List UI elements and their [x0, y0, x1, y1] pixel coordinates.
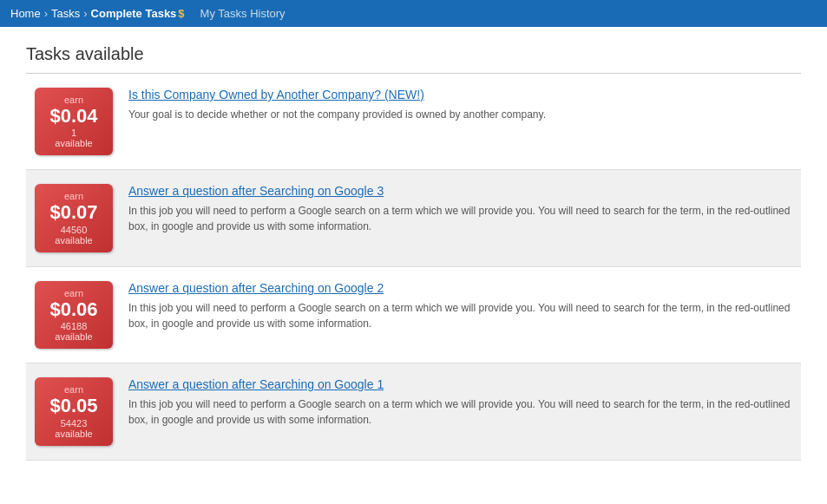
earn-badge: earn $0.06 46188 available [35, 281, 113, 349]
top-nav-bar: Home › Tasks › Complete Tasks $ My Tasks… [0, 0, 827, 27]
earn-available: available [40, 331, 108, 342]
earn-count: 54423 [40, 418, 108, 429]
task-row: earn $0.05 54423 available Answer a ques… [26, 363, 801, 460]
task-info: Answer a question after Searching on Goo… [128, 377, 792, 428]
breadcrumb-sep-2: › [83, 7, 87, 20]
earn-badge: earn $0.05 54423 available [35, 377, 113, 445]
tasks-list: earn $0.04 1 available Is this Company O… [26, 74, 801, 461]
tasks-history-link[interactable]: My Tasks History [200, 7, 286, 20]
task-title-link[interactable]: Is this Company Owned by Another Company… [128, 88, 792, 101]
earn-available: available [40, 235, 108, 245]
earn-label: earn [40, 191, 108, 201]
earn-count: 44560 [40, 225, 108, 235]
breadcrumb-sep-1: › [44, 7, 48, 20]
main-content: Tasks available earn $0.04 1 available I… [0, 27, 827, 478]
task-description: Your goal is to decide whether or not th… [128, 108, 546, 121]
dollar-icon: $ [178, 7, 184, 20]
earn-available: available [40, 138, 108, 148]
task-description: In this job you will need to perform a G… [128, 302, 790, 330]
earn-label: earn [40, 95, 108, 105]
earn-badge: earn $0.04 1 available [35, 88, 113, 155]
task-title-link[interactable]: Answer a question after Searching on Goo… [128, 377, 792, 391]
nav-tasks-link[interactable]: Tasks [51, 7, 80, 20]
earn-label: earn [40, 384, 108, 395]
earn-amount: $0.06 [40, 298, 108, 321]
earn-count: 46188 [40, 321, 108, 331]
earn-count: 1 [40, 128, 108, 138]
task-description: In this job you will need to perform a G… [128, 205, 790, 232]
task-info: Answer a question after Searching on Goo… [128, 184, 792, 234]
earn-label: earn [40, 288, 108, 298]
task-info: Is this Company Owned by Another Company… [128, 88, 792, 122]
nav-home-link[interactable]: Home [10, 7, 41, 20]
task-title-link[interactable]: Answer a question after Searching on Goo… [128, 184, 792, 198]
breadcrumb-current: Complete Tasks [91, 7, 177, 20]
task-description: In this job you will need to perform a G… [128, 398, 790, 426]
task-title-link[interactable]: Answer a question after Searching on Goo… [128, 281, 792, 295]
earn-badge: earn $0.07 44560 available [35, 184, 113, 252]
page-title: Tasks available [26, 44, 801, 64]
task-row: earn $0.06 46188 available Answer a ques… [26, 267, 801, 363]
task-row: earn $0.04 1 available Is this Company O… [26, 74, 801, 170]
earn-amount: $0.05 [40, 395, 108, 417]
earn-amount: $0.04 [40, 105, 108, 128]
earn-available: available [40, 429, 108, 439]
task-row: earn $0.07 44560 available Answer a ques… [26, 170, 801, 266]
earn-amount: $0.07 [40, 201, 108, 224]
task-info: Answer a question after Searching on Goo… [128, 281, 792, 331]
